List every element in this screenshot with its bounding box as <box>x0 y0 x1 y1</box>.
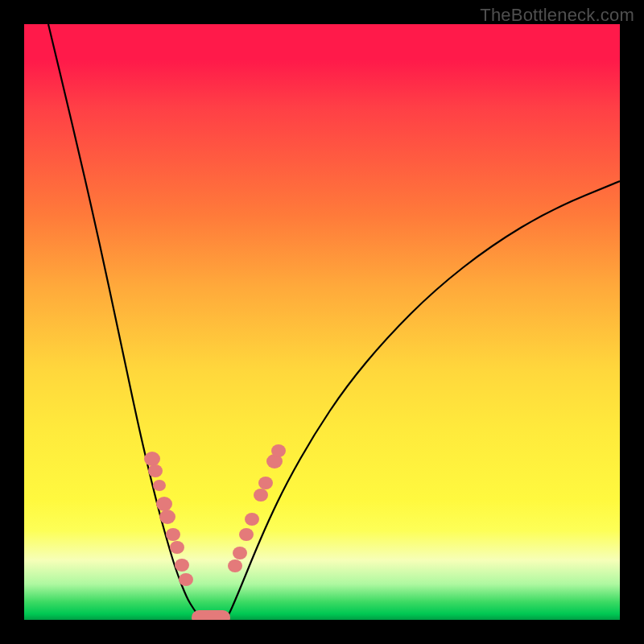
marker-dot <box>153 480 166 491</box>
marker-dot <box>245 513 259 526</box>
right-branch-curve <box>225 181 620 620</box>
marker-dot <box>144 452 160 466</box>
marker-dot <box>271 444 286 457</box>
marker-dot <box>166 528 180 541</box>
marker-dots <box>144 444 286 586</box>
marker-dot <box>170 541 184 554</box>
marker-dot <box>148 464 163 477</box>
marker-dot <box>228 559 242 572</box>
chart-frame: TheBottleneck.com <box>0 0 644 644</box>
marker-dot <box>233 547 247 559</box>
marker-dot <box>159 510 175 524</box>
curve-overlay <box>24 24 620 620</box>
watermark-text: TheBottleneck.com <box>480 5 634 26</box>
marker-dot <box>156 497 172 511</box>
marker-dot <box>254 489 268 502</box>
bottom-marker-pill <box>192 610 230 620</box>
plot-area <box>24 24 620 620</box>
marker-dot <box>179 573 193 586</box>
marker-dot <box>239 528 254 541</box>
marker-dot <box>175 559 189 572</box>
marker-dot <box>258 477 273 489</box>
